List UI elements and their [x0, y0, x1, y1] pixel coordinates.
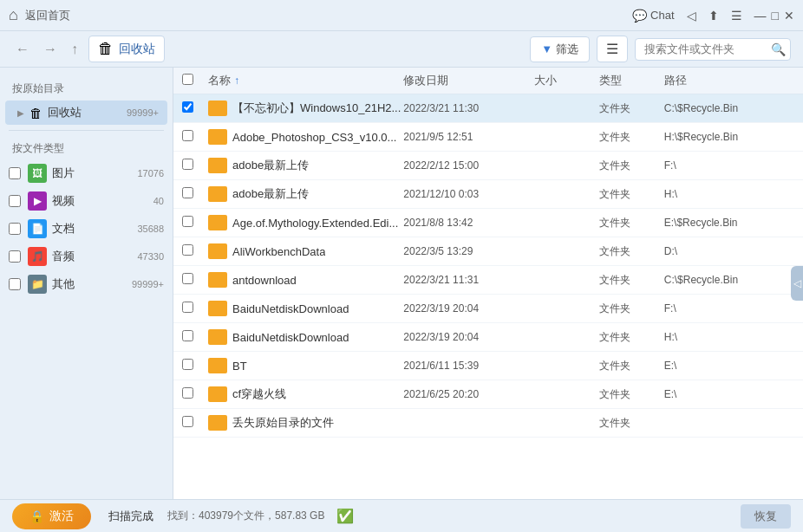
row-date: 2022/3/21 11:31	[403, 274, 533, 286]
select-all-checkbox[interactable]	[182, 74, 193, 85]
row-checkbox-3[interactable]	[182, 187, 193, 198]
row-name: BT	[208, 358, 403, 373]
recycle-icon: 🗑	[29, 106, 42, 120]
type-icon-1: ▶	[28, 191, 47, 211]
row-name: Adobe_Photoshop_CS3_v10.0...	[208, 129, 403, 145]
sidebar-divider	[9, 130, 164, 131]
row-checkbox-0[interactable]	[182, 101, 193, 113]
type-checkbox-0[interactable]	[9, 167, 21, 179]
row-checkbox-4[interactable]	[182, 216, 193, 227]
row-checkbox-2[interactable]	[182, 159, 193, 170]
sidebar-item-recycle[interactable]: ▶ 🗑 回收站 99999+	[5, 101, 167, 125]
type-checkbox-4[interactable]	[9, 278, 21, 290]
share-icon[interactable]: ◁	[687, 9, 696, 23]
row-name: AliWorkbenchData	[208, 243, 403, 259]
upload-icon[interactable]: ⬆	[708, 9, 719, 23]
row-checkbox-6[interactable]	[182, 273, 193, 284]
search-input[interactable]	[644, 42, 766, 55]
row-checkbox-9[interactable]	[182, 359, 193, 370]
table-row[interactable]: cf穿越火线 2021/6/25 20:20 文件夹 E:\	[173, 380, 803, 409]
chat-button[interactable]: 💬 Chat	[632, 9, 674, 23]
view-menu-button[interactable]: ☰	[597, 36, 628, 62]
row-type: 文件夹	[599, 101, 664, 116]
table-row[interactable]: Age.of.Mythology.Extended.Edi... 2021/8/…	[173, 209, 803, 237]
type-icon-3: 🎵	[28, 247, 47, 266]
sidebar-item-type-视频[interactable]: ▶ 视频 40	[0, 187, 173, 215]
search-icon[interactable]: 🔍	[771, 42, 786, 56]
row-checkbox-5[interactable]	[182, 244, 193, 256]
table-row[interactable]: antdownload 2022/3/21 11:31 文件夹 C:\$Recy…	[173, 266, 803, 295]
lock-icon: 🔒	[29, 509, 44, 523]
row-date: 2021/6/25 20:20	[403, 388, 533, 400]
home-text[interactable]: 返回首页	[25, 8, 70, 23]
row-path: H:\	[664, 331, 794, 343]
file-list: 名称 ↑ 修改日期 大小 类型 路径 【不忘初心】Windows10_21H2.…	[173, 68, 803, 499]
column-path: 路径	[664, 73, 794, 88]
row-date: 2021/12/10 0:03	[403, 188, 533, 200]
table-row[interactable]: adobe最新上传 2021/12/10 0:03 文件夹 H:\	[173, 180, 803, 209]
sort-icon[interactable]: ↑	[234, 75, 239, 87]
row-path: C:\$Recycle.Bin	[664, 274, 794, 286]
column-name: 名称 ↑	[208, 73, 403, 88]
maximize-button[interactable]: □	[772, 9, 779, 23]
folder-icon	[208, 358, 227, 373]
row-checkbox-11[interactable]	[182, 416, 193, 427]
row-path: F:\	[664, 159, 794, 172]
table-row[interactable]: 丢失原始目录的文件 文件夹	[173, 409, 803, 438]
row-checkbox-10[interactable]	[182, 387, 193, 399]
row-date: 2021/8/8 13:42	[403, 217, 533, 229]
row-name: 丢失原始目录的文件	[208, 415, 403, 431]
status-ok-icon: ✅	[336, 508, 354, 524]
type-checkbox-3[interactable]	[9, 250, 21, 263]
type-checkbox-1[interactable]	[9, 195, 21, 207]
row-date: 2021/9/5 12:51	[403, 131, 533, 143]
home-icon[interactable]: ⌂	[9, 6, 18, 24]
table-row[interactable]: 【不忘初心】Windows10_21H2... 2022/3/21 11:30 …	[173, 94, 803, 123]
minimize-button[interactable]: —	[754, 9, 767, 23]
expand-icon: ▶	[17, 108, 24, 118]
location-bar: 🗑 回收站	[88, 36, 165, 62]
close-button[interactable]: ✕	[784, 9, 794, 23]
column-type: 类型	[599, 73, 664, 88]
row-date: 2022/3/19 20:04	[403, 302, 533, 315]
row-date: 2021/6/11 15:39	[403, 360, 533, 372]
sidebar-item-type-文档[interactable]: 📄 文档 35688	[0, 215, 173, 243]
sidebar-section-type: 按文件类型	[0, 136, 173, 159]
row-checkbox-8[interactable]	[182, 330, 193, 341]
table-row[interactable]: AliWorkbenchData 2022/3/5 13:29 文件夹 D:\	[173, 237, 803, 266]
chat-icon: 💬	[632, 9, 647, 23]
sidebar-item-type-其他[interactable]: 📁 其他 99999+	[0, 270, 173, 298]
row-checkbox-7[interactable]	[182, 302, 193, 313]
collapse-handle[interactable]: ◁	[791, 266, 803, 301]
restore-button[interactable]: 恢复	[741, 504, 791, 529]
row-name: adobe最新上传	[208, 186, 403, 202]
row-date: 2022/2/12 15:00	[403, 159, 533, 172]
sidebar-item-type-图片[interactable]: 🖼 图片 17076	[0, 159, 173, 187]
back-button[interactable]: ←	[12, 40, 33, 59]
row-name: Age.of.Mythology.Extended.Edi...	[208, 215, 403, 230]
row-checkbox-1[interactable]	[182, 130, 193, 141]
row-date: 2022/3/21 11:30	[403, 102, 533, 114]
table-row[interactable]: BT 2021/6/11 15:39 文件夹 E:\	[173, 352, 803, 380]
table-row[interactable]: Adobe_Photoshop_CS3_v10.0... 2021/9/5 12…	[173, 123, 803, 152]
up-button[interactable]: ↑	[68, 40, 82, 59]
sidebar-item-type-音频[interactable]: 🎵 音频 47330	[0, 243, 173, 270]
filter-button[interactable]: ▼ 筛选	[530, 36, 590, 62]
location-text: 回收站	[119, 42, 155, 57]
row-type: 文件夹	[599, 416, 664, 431]
window-controls: — □ ✕	[754, 9, 794, 23]
table-row[interactable]: BaiduNetdiskDownload 2022/3/19 20:04 文件夹…	[173, 323, 803, 352]
window-menu-icon[interactable]: ☰	[731, 9, 742, 23]
table-row[interactable]: BaiduNetdiskDownload 2022/3/19 20:04 文件夹…	[173, 295, 803, 323]
activate-button[interactable]: 🔒 激活	[12, 503, 91, 529]
sidebar: 按原始目录 ▶ 🗑 回收站 99999+ 按文件类型 🖼 图片 17076 ▶ …	[0, 68, 173, 499]
row-name: BaiduNetdiskDownload	[208, 329, 403, 345]
row-path: E:\$Recycle.Bin	[664, 217, 794, 229]
row-type: 文件夹	[599, 187, 664, 202]
table-row[interactable]: adobe最新上传 2022/2/12 15:00 文件夹 F:\	[173, 152, 803, 180]
folder-icon	[208, 101, 227, 116]
type-icon-4: 📁	[28, 275, 47, 294]
folder-icon	[208, 129, 227, 145]
forward-button[interactable]: →	[40, 40, 61, 59]
type-checkbox-2[interactable]	[9, 223, 21, 235]
